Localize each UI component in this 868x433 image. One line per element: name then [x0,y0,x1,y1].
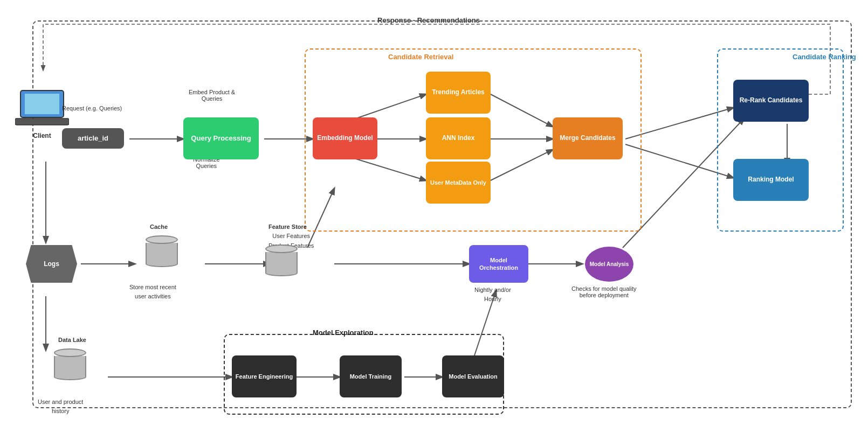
cache-label: Cache [150,224,168,230]
data-lake-label: Data Lake [58,337,86,343]
feature-store-label: Feature Store [268,224,307,230]
candidate-retrieval-title: Candidate Retrieval [388,53,453,61]
feature-engineering-box: Feature Engineering [232,355,297,397]
user-metadata-box: User MetaData Only [426,162,491,204]
client-icon: Client [15,86,69,129]
model-training-box: Model Training [340,355,402,397]
candidate-ranking-box [717,48,844,232]
data-lake-db [54,347,86,381]
article-id-box: article_id [62,128,124,149]
trending-articles-box: Trending Articles [426,72,491,114]
diagram: { "title": "Recommendation System Archit… [0,0,868,433]
model-evaluation-box: Model Evaluation [442,355,504,397]
model-analysis-box: Model Analysis [585,247,633,282]
candidate-ranking-title: Candidate Ranking [793,53,856,61]
request-label: Request (e.g. Queries) [62,105,122,111]
merge-candidates-box: Merge Candidates [553,117,623,159]
client-label: Client [15,132,69,139]
svg-rect-24 [25,94,59,114]
embed-label: Embed Product &Queries [189,89,235,102]
rerank-candidates-box: Re-Rank Candidates [733,80,809,122]
nightly-label: Nightly and/orHourly [474,285,511,303]
model-exploration-title: Model Exploration [313,329,374,337]
embedding-model-box: Embedding Model [313,117,377,159]
model-orchestration-box: Model Orchestration [469,245,528,283]
svg-rect-25 [15,118,69,125]
ann-index-box: ANN Index [426,117,491,159]
query-processing-box: Query Processing [183,117,259,159]
ranking-model-box: Ranking Model [733,159,809,201]
logs-box: Logs [26,245,77,283]
data-lake-sub: User and producthistory [38,397,83,415]
model-analysis-sub: Checks for model qualitybefore deploymen… [571,285,636,298]
cache-db [146,234,178,268]
cache-sub: Store most recentuser activities [129,283,176,301]
feature-store-db [265,243,298,277]
